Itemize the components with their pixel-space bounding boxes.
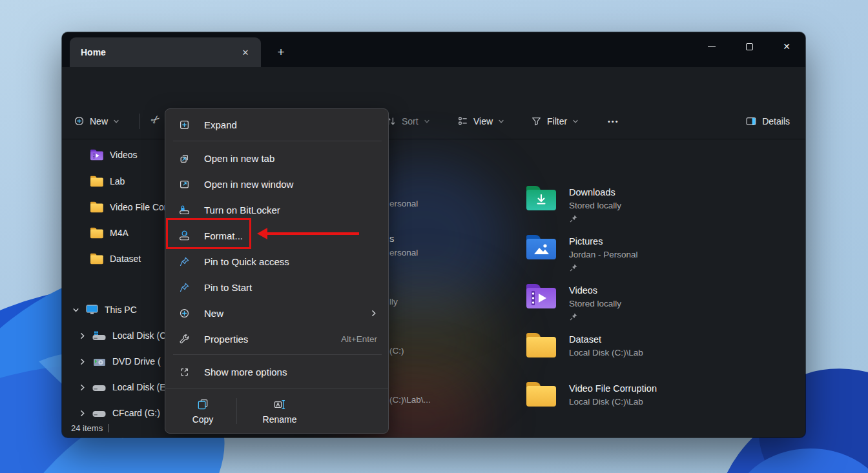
folder-icon bbox=[90, 254, 96, 264]
obscured-text-fragment: lly bbox=[389, 297, 398, 307]
close-button[interactable]: ✕ bbox=[768, 32, 805, 61]
minimize-button[interactable] bbox=[693, 32, 730, 61]
folder-icon bbox=[90, 228, 96, 238]
new-tab-button[interactable]: + bbox=[273, 44, 289, 61]
chevron-collapsed-icon[interactable] bbox=[79, 358, 86, 365]
details-pane-button[interactable]: Details bbox=[745, 103, 790, 139]
tab-close-icon[interactable]: ✕ bbox=[239, 46, 252, 59]
tile-pictures[interactable]: Pictures Jordan - Personal bbox=[526, 235, 638, 274]
menu-quick-actions: Copy Rename bbox=[165, 388, 388, 434]
sort-label: Sort bbox=[402, 116, 418, 126]
view-button[interactable]: View bbox=[457, 103, 504, 139]
menu-item-pin-to-quick-access[interactable]: Pin to Quick access bbox=[169, 248, 386, 274]
menu-item-label: Open in new tab bbox=[204, 153, 377, 164]
menu-item-label: Pin to Quick access bbox=[204, 256, 377, 267]
obscured-text-fragment: s bbox=[389, 234, 394, 244]
tile-downloads[interactable]: Downloads Stored locally bbox=[526, 186, 621, 225]
sidebar-label: Lab bbox=[110, 176, 125, 186]
dvd-drive-icon bbox=[92, 357, 106, 367]
sort-button[interactable]: Sort bbox=[385, 103, 430, 139]
downloads-folder-icon bbox=[526, 186, 556, 210]
menu-item-open-in-new-tab[interactable]: Open in new tab bbox=[169, 145, 386, 171]
menu-item-open-in-new-window[interactable]: Open in new window bbox=[169, 171, 386, 197]
tile-subtitle: Jordan - Personal bbox=[569, 248, 638, 261]
menu-item-show-more-options[interactable]: Show more options bbox=[169, 359, 386, 385]
maximize-button[interactable] bbox=[730, 32, 768, 61]
menu-item-properties[interactable]: Properties Alt+Enter bbox=[169, 326, 386, 352]
tab-home[interactable]: Home ✕ bbox=[70, 37, 261, 67]
sidebar-label: Videos bbox=[110, 150, 138, 160]
sidebar-item-this-pc[interactable]: This PC bbox=[72, 302, 137, 317]
pin-icon bbox=[179, 256, 190, 267]
filter-button[interactable]: Filter bbox=[531, 103, 579, 139]
chevron-collapsed-icon[interactable] bbox=[79, 410, 86, 417]
rename-icon bbox=[273, 398, 286, 411]
pin-icon bbox=[569, 312, 621, 323]
menu-item-label: Properties bbox=[204, 334, 327, 345]
tile-subtitle: Stored locally bbox=[569, 199, 621, 212]
new-label: New bbox=[90, 116, 108, 126]
details-pane-icon bbox=[745, 116, 757, 127]
tile-dataset[interactable]: Dataset Local Disk (C:)\Lab bbox=[526, 333, 643, 359]
obscured-text-fragment: (C:) bbox=[389, 346, 404, 356]
maximize-icon bbox=[746, 43, 753, 50]
tile-title: Videos bbox=[569, 284, 621, 297]
view-label: View bbox=[473, 116, 493, 126]
sidebar-label: Local Disk (E bbox=[112, 382, 165, 392]
view-icon bbox=[457, 116, 468, 126]
file-explorer-window: Home ✕ + ✕ bbox=[62, 32, 805, 438]
sidebar-label: This PC bbox=[105, 305, 137, 315]
sidebar-item-cfcard-g[interactable]: CFcard (G:) bbox=[79, 405, 160, 421]
menu-item-label: Expand bbox=[204, 119, 377, 130]
videos-folder-icon bbox=[90, 150, 96, 160]
menu-divider bbox=[173, 354, 382, 355]
tile-title: Video File Corruption bbox=[569, 382, 657, 395]
this-pc-icon bbox=[86, 305, 98, 315]
chevron-collapsed-icon[interactable] bbox=[79, 384, 86, 391]
open-new-tab-icon bbox=[179, 153, 190, 164]
rename-button[interactable]: Rename bbox=[251, 398, 308, 425]
videos-folder-icon bbox=[526, 284, 556, 308]
menu-item-new[interactable]: New bbox=[169, 300, 386, 326]
cut-icon[interactable]: ✂ bbox=[148, 112, 163, 128]
plus-circle-icon bbox=[74, 116, 85, 126]
menu-item-shortcut: Alt+Enter bbox=[341, 334, 377, 344]
menu-item-label: New bbox=[204, 308, 356, 319]
sidebar-item-lab[interactable]: Lab bbox=[90, 174, 125, 189]
menu-item-label: Pin to Start bbox=[204, 282, 377, 293]
status-divider bbox=[108, 424, 109, 432]
tile-video-file-corruption[interactable]: Video File Corruption Local Disk (C:)\La… bbox=[526, 382, 657, 408]
sidebar-item-dataset[interactable]: Dataset bbox=[90, 251, 141, 267]
chevron-down-icon bbox=[572, 118, 579, 125]
sidebar-item-local-disk-c[interactable]: Local Disk (C bbox=[79, 328, 166, 343]
sidebar-label: DVD Drive ( bbox=[112, 356, 161, 367]
menu-item-label: Open in new window bbox=[204, 179, 377, 190]
sidebar-label: M4A bbox=[110, 228, 129, 238]
new-button[interactable]: New bbox=[74, 103, 119, 139]
tile-subtitle: Local Disk (C:)\Lab bbox=[569, 346, 643, 359]
menu-item-expand[interactable]: Expand bbox=[169, 112, 386, 137]
sidebar-item-videos[interactable]: Videos bbox=[90, 147, 138, 163]
tile-videos[interactable]: Videos Stored locally bbox=[526, 284, 621, 323]
items-count: 24 items bbox=[71, 423, 103, 433]
disk-icon bbox=[92, 408, 106, 418]
show-more-options-icon bbox=[179, 367, 190, 377]
desktop: Home ✕ + ✕ bbox=[0, 0, 868, 473]
copy-button[interactable]: Copy bbox=[174, 398, 231, 425]
toolbar-divider bbox=[140, 114, 140, 129]
window-controls: ✕ bbox=[693, 32, 805, 61]
disk-icon bbox=[92, 383, 106, 392]
more-options-button[interactable]: ••• bbox=[608, 103, 619, 139]
tile-title: Dataset bbox=[569, 333, 643, 346]
sidebar-item-m4a[interactable]: M4A bbox=[90, 225, 129, 241]
chevron-collapsed-icon[interactable] bbox=[79, 332, 86, 339]
filter-icon bbox=[531, 116, 542, 126]
sidebar-item-dvd-drive[interactable]: DVD Drive ( bbox=[79, 354, 161, 369]
navigation-bar: Home bbox=[62, 67, 805, 103]
expand-icon bbox=[179, 119, 190, 130]
sidebar-item-local-disk-e[interactable]: Local Disk (E bbox=[79, 379, 165, 395]
menu-item-pin-to-start[interactable]: Pin to Start bbox=[169, 274, 386, 300]
chevron-expanded-icon[interactable] bbox=[72, 307, 79, 314]
folder-icon bbox=[526, 333, 556, 357]
tile-title: Pictures bbox=[569, 235, 638, 248]
